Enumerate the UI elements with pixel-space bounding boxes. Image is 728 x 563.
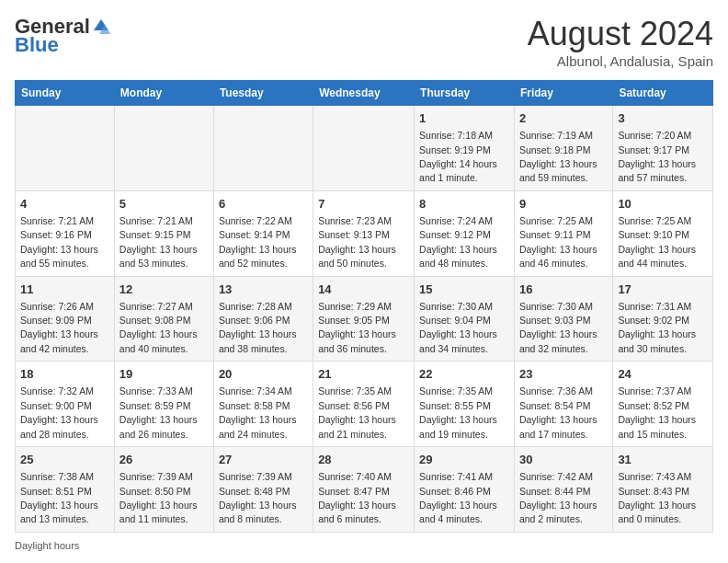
calendar-cell: 10Sunrise: 7:25 AM Sunset: 9:10 PM Dayli… (613, 190, 713, 276)
day-number: 8 (419, 196, 509, 213)
day-info: Sunrise: 7:29 AM Sunset: 9:05 PM Dayligh… (318, 301, 396, 354)
day-number: 19 (119, 366, 209, 383)
calendar-cell: 8Sunrise: 7:24 AM Sunset: 9:12 PM Daylig… (415, 190, 515, 276)
day-number: 11 (20, 282, 109, 298)
day-number: 20 (219, 366, 308, 383)
day-number: 14 (318, 282, 409, 298)
day-number: 2 (519, 110, 608, 127)
day-info: Sunrise: 7:26 AM Sunset: 9:09 PM Dayligh… (20, 301, 98, 354)
calendar-cell: 30Sunrise: 7:42 AM Sunset: 8:44 PM Dayli… (514, 447, 612, 533)
day-info: Sunrise: 7:20 AM Sunset: 9:17 PM Dayligh… (618, 130, 696, 183)
calendar-cell: 12Sunrise: 7:27 AM Sunset: 9:08 PM Dayli… (114, 276, 213, 362)
title-area: August 2024 Albunol, Andalusia, Spain (528, 15, 713, 69)
calendar-cell: 31Sunrise: 7:43 AM Sunset: 8:43 PM Dayli… (613, 447, 713, 533)
day-number: 29 (419, 452, 509, 468)
calendar-week-2: 4Sunrise: 7:21 AM Sunset: 9:16 PM Daylig… (16, 190, 713, 276)
day-number: 15 (419, 282, 509, 298)
day-info: Sunrise: 7:33 AM Sunset: 8:59 PM Dayligh… (119, 385, 198, 439)
column-header-thursday: Thursday (415, 81, 515, 106)
logo-blue-text: Blue (15, 33, 59, 57)
day-number: 26 (119, 452, 209, 468)
calendar-cell: 7Sunrise: 7:23 AM Sunset: 9:13 PM Daylig… (313, 190, 415, 276)
calendar-cell: 13Sunrise: 7:28 AM Sunset: 9:06 PM Dayli… (213, 276, 313, 362)
calendar-cell: 26Sunrise: 7:39 AM Sunset: 8:50 PM Dayli… (114, 447, 213, 533)
calendar-week-1: 1Sunrise: 7:18 AM Sunset: 9:19 PM Daylig… (16, 106, 713, 191)
footer-note: Daylight hours (15, 540, 713, 551)
column-header-friday: Friday (514, 81, 612, 106)
calendar-cell (114, 106, 213, 191)
day-info: Sunrise: 7:39 AM Sunset: 8:48 PM Dayligh… (219, 471, 297, 524)
column-header-sunday: Sunday (16, 81, 115, 106)
day-info: Sunrise: 7:35 AM Sunset: 8:56 PM Dayligh… (318, 385, 396, 439)
calendar-cell: 11Sunrise: 7:26 AM Sunset: 9:09 PM Dayli… (16, 276, 115, 362)
calendar-cell: 1Sunrise: 7:18 AM Sunset: 9:19 PM Daylig… (415, 106, 515, 191)
calendar-cell: 25Sunrise: 7:38 AM Sunset: 8:51 PM Dayli… (16, 447, 115, 533)
day-number: 22 (419, 366, 509, 383)
calendar-cell (313, 106, 415, 191)
calendar-cell: 29Sunrise: 7:41 AM Sunset: 8:46 PM Dayli… (415, 447, 515, 533)
day-info: Sunrise: 7:31 AM Sunset: 9:02 PM Dayligh… (618, 301, 696, 354)
day-info: Sunrise: 7:18 AM Sunset: 9:19 PM Dayligh… (419, 130, 497, 183)
column-header-monday: Monday (114, 81, 213, 106)
day-info: Sunrise: 7:23 AM Sunset: 9:13 PM Dayligh… (318, 215, 396, 269)
subtitle: Albunol, Andalusia, Spain (528, 53, 713, 69)
day-info: Sunrise: 7:25 AM Sunset: 9:10 PM Dayligh… (618, 215, 696, 269)
day-number: 13 (219, 282, 308, 298)
header: General Blue August 2024 Albunol, Andalu… (15, 15, 713, 69)
calendar-cell: 14Sunrise: 7:29 AM Sunset: 9:05 PM Dayli… (313, 276, 415, 362)
day-info: Sunrise: 7:24 AM Sunset: 9:12 PM Dayligh… (419, 215, 497, 269)
calendar-cell: 28Sunrise: 7:40 AM Sunset: 8:47 PM Dayli… (313, 447, 415, 533)
calendar-week-4: 18Sunrise: 7:32 AM Sunset: 9:00 PM Dayli… (16, 362, 713, 447)
day-number: 1 (419, 110, 509, 127)
calendar-cell: 2Sunrise: 7:19 AM Sunset: 9:18 PM Daylig… (514, 106, 612, 191)
day-info: Sunrise: 7:21 AM Sunset: 9:15 PM Dayligh… (119, 215, 198, 269)
day-number: 12 (119, 282, 209, 298)
day-number: 17 (618, 282, 708, 298)
calendar-cell: 3Sunrise: 7:20 AM Sunset: 9:17 PM Daylig… (613, 106, 713, 191)
calendar-week-3: 11Sunrise: 7:26 AM Sunset: 9:09 PM Dayli… (16, 276, 713, 362)
calendar-cell (213, 106, 313, 191)
day-info: Sunrise: 7:21 AM Sunset: 9:16 PM Dayligh… (20, 215, 98, 269)
day-info: Sunrise: 7:22 AM Sunset: 9:14 PM Dayligh… (219, 215, 297, 269)
calendar-cell: 6Sunrise: 7:22 AM Sunset: 9:14 PM Daylig… (213, 190, 313, 276)
day-info: Sunrise: 7:25 AM Sunset: 9:11 PM Dayligh… (519, 215, 597, 269)
calendar-cell: 24Sunrise: 7:37 AM Sunset: 8:52 PM Dayli… (613, 362, 713, 447)
day-info: Sunrise: 7:30 AM Sunset: 9:03 PM Dayligh… (519, 301, 597, 354)
column-header-saturday: Saturday (613, 81, 713, 106)
day-info: Sunrise: 7:34 AM Sunset: 8:58 PM Dayligh… (219, 385, 297, 439)
calendar-cell: 18Sunrise: 7:32 AM Sunset: 9:00 PM Dayli… (16, 362, 115, 447)
calendar-cell: 27Sunrise: 7:39 AM Sunset: 8:48 PM Dayli… (213, 447, 313, 533)
calendar-cell (16, 106, 115, 191)
calendar-cell: 15Sunrise: 7:30 AM Sunset: 9:04 PM Dayli… (415, 276, 515, 362)
day-info: Sunrise: 7:42 AM Sunset: 8:44 PM Dayligh… (519, 471, 597, 524)
day-number: 27 (219, 452, 308, 468)
day-number: 9 (519, 196, 608, 213)
day-number: 16 (519, 282, 608, 298)
day-info: Sunrise: 7:32 AM Sunset: 9:00 PM Dayligh… (20, 385, 98, 439)
calendar-cell: 16Sunrise: 7:30 AM Sunset: 9:03 PM Dayli… (514, 276, 612, 362)
day-number: 31 (618, 452, 708, 468)
day-number: 5 (119, 196, 209, 213)
day-info: Sunrise: 7:40 AM Sunset: 8:47 PM Dayligh… (318, 471, 396, 524)
day-info: Sunrise: 7:19 AM Sunset: 9:18 PM Dayligh… (519, 130, 597, 183)
day-number: 24 (618, 366, 708, 383)
day-number: 23 (519, 366, 608, 383)
day-info: Sunrise: 7:43 AM Sunset: 8:43 PM Dayligh… (618, 471, 696, 524)
calendar-cell: 5Sunrise: 7:21 AM Sunset: 9:15 PM Daylig… (114, 190, 213, 276)
column-header-tuesday: Tuesday (213, 81, 313, 106)
day-number: 4 (20, 196, 109, 213)
day-number: 10 (618, 196, 708, 213)
calendar-week-5: 25Sunrise: 7:38 AM Sunset: 8:51 PM Dayli… (16, 447, 713, 533)
calendar-cell: 17Sunrise: 7:31 AM Sunset: 9:02 PM Dayli… (613, 276, 713, 362)
calendar-cell: 20Sunrise: 7:34 AM Sunset: 8:58 PM Dayli… (213, 362, 313, 447)
day-number: 6 (219, 196, 308, 213)
calendar-cell: 21Sunrise: 7:35 AM Sunset: 8:56 PM Dayli… (313, 362, 415, 447)
day-info: Sunrise: 7:30 AM Sunset: 9:04 PM Dayligh… (419, 301, 497, 354)
day-info: Sunrise: 7:27 AM Sunset: 9:08 PM Dayligh… (119, 301, 198, 354)
daylight-label: Daylight hours (15, 540, 79, 551)
day-info: Sunrise: 7:38 AM Sunset: 8:51 PM Dayligh… (20, 471, 98, 524)
logo: General Blue (15, 15, 110, 57)
day-number: 28 (318, 452, 409, 468)
column-header-wednesday: Wednesday (313, 81, 415, 106)
logo-icon (92, 17, 110, 36)
